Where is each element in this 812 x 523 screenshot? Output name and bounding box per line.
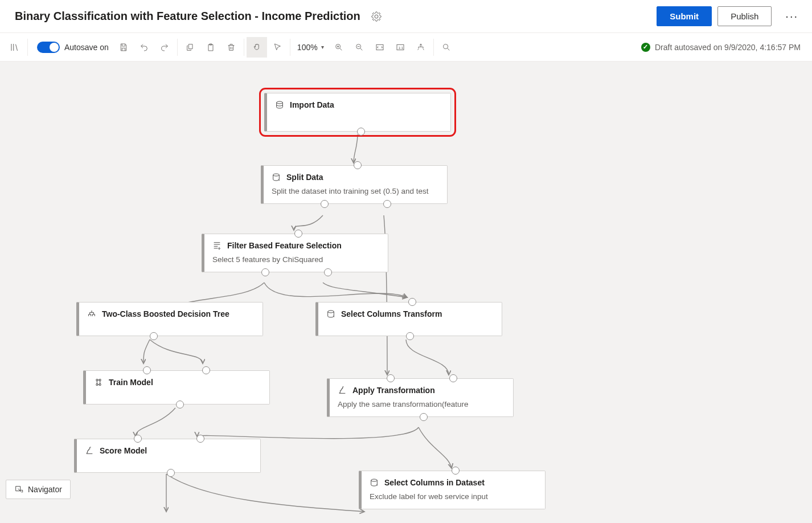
status-bar: ✓ Draft autosaved on 9/9/2020, 4:16:57 P… <box>641 43 807 52</box>
publish-button[interactable]: Publish <box>717 6 772 26</box>
node-filter-feature-selection[interactable]: Filter Based Feature Selection Select 5 … <box>202 234 388 272</box>
node-title: Train Model <box>109 378 153 387</box>
node-title: Import Data <box>290 100 334 109</box>
zoom-in-icon[interactable] <box>329 37 349 58</box>
zoom-value: 100% <box>297 43 318 52</box>
navigator-button[interactable]: Navigator <box>6 480 71 499</box>
node-title: Select Columns in Dataset <box>384 478 485 487</box>
undo-icon[interactable] <box>134 37 154 58</box>
svg-text:1:1: 1:1 <box>398 46 403 49</box>
check-icon: ✓ <box>641 43 650 52</box>
node-select-columns-dataset[interactable]: Select Columns in Dataset Exclude label … <box>359 471 546 509</box>
gear-icon[interactable] <box>371 11 382 22</box>
fit-screen-icon[interactable] <box>370 37 390 58</box>
header-bar: Binary Classification with Feature Selec… <box>0 0 812 33</box>
pan-icon[interactable] <box>247 37 267 58</box>
node-desc: Exclude label for web service input <box>370 492 536 502</box>
node-select-columns-transform[interactable]: Select Columns Transform <box>315 302 502 336</box>
page-title: Binary Classification with Feature Selec… <box>15 10 360 23</box>
node-desc: Split the dataset into training set (0.5… <box>272 186 438 197</box>
select-icon[interactable] <box>267 37 288 58</box>
node-train-model[interactable]: Train Model <box>83 370 270 404</box>
svg-point-5 <box>443 44 448 48</box>
toolbar: Autosave on 100% ▾ 1:1 <box>0 33 812 62</box>
delete-icon[interactable] <box>221 37 241 58</box>
auto-layout-icon[interactable] <box>411 37 431 58</box>
autosave-toggle[interactable] <box>37 42 60 53</box>
zoom-dropdown[interactable]: 100% ▾ <box>297 43 324 52</box>
redo-icon[interactable] <box>154 37 175 58</box>
node-score-model[interactable]: Score Model <box>74 439 261 473</box>
navigator-label: Navigator <box>28 485 62 494</box>
copy-icon[interactable] <box>180 37 200 58</box>
paste-icon[interactable] <box>200 37 221 58</box>
search-icon[interactable] <box>436 37 457 58</box>
node-title: Two-Class Boosted Decision Tree <box>102 309 229 318</box>
submit-button[interactable]: Submit <box>657 6 712 26</box>
zoom-out-icon[interactable] <box>349 37 370 58</box>
node-desc: Select 5 features by ChiSquared <box>212 255 379 265</box>
node-desc: Apply the same transformation(feature <box>338 399 504 410</box>
node-title: Split Data <box>286 173 323 182</box>
autosave-label: Autosave on <box>64 43 109 52</box>
node-import-data[interactable]: Import Data <box>264 93 451 132</box>
library-icon[interactable] <box>5 37 25 58</box>
actual-size-icon[interactable]: 1:1 <box>390 37 411 58</box>
node-apply-transformation[interactable]: Apply Transformation Apply the same tran… <box>327 378 514 417</box>
status-text: Draft autosaved on 9/9/2020, 4:16:57 PM <box>655 43 801 52</box>
node-title: Select Columns Transform <box>341 309 442 318</box>
node-title: Filter Based Feature Selection <box>227 241 342 250</box>
node-title: Score Model <box>100 446 147 455</box>
chevron-down-icon: ▾ <box>321 44 324 50</box>
node-two-class-boosted[interactable]: Two-Class Boosted Decision Tree <box>76 302 263 336</box>
node-title: Apply Transformation <box>352 386 435 395</box>
more-icon[interactable]: ··· <box>782 10 802 23</box>
node-split-data[interactable]: Split Data Split the dataset into traini… <box>261 165 448 204</box>
pipeline-canvas[interactable]: Import Data Split Data Split the dataset… <box>0 62 812 523</box>
save-icon[interactable] <box>113 37 134 58</box>
